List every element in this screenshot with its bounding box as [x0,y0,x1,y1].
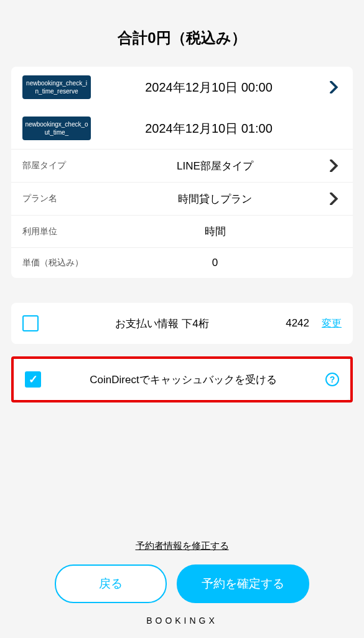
checkin-value: 2024年12月10日 00:00 [91,79,327,96]
checkout-badge: newbookingx_check_out_time_ [22,117,91,140]
payment-info-row: お支払い情報 下4桁 4242 変更 [11,303,353,344]
room-type-label: 部屋タイプ [22,160,103,171]
cashback-highlight: CoinDirectでキャッシュバックを受ける ? [11,356,353,402]
plan-label: プラン名 [22,193,103,204]
change-payment-link[interactable]: 変更 [322,317,342,330]
footer: 予約者情報を修正する 戻る 予約を確定する BOOKINGX [0,528,364,638]
edit-booker-info-link[interactable]: 予約者情報を修正する [136,540,229,552]
unit-label: 利用単位 [22,226,103,237]
total-amount-header: 合計0円（税込み） [11,0,353,67]
checkout-row: newbookingx_check_out_time_ 2024年12月10日 … [11,108,353,150]
brand-label: BOOKINGX [12,616,352,626]
chevron-right-icon [327,191,342,206]
cashback-checkbox[interactable] [25,371,41,388]
confirm-booking-button[interactable]: 予約を確定する [177,564,309,603]
back-button[interactable]: 戻る [55,564,167,603]
price-value: 0 [103,257,327,269]
help-icon[interactable]: ? [325,373,339,386]
price-row: 単価（税込み） 0 [11,248,353,278]
room-type-value: LINE部屋タイプ [103,159,327,173]
payment-checkbox[interactable] [22,315,39,331]
checkin-row[interactable]: newbookingx_check_in_time_reserve 2024年1… [11,67,353,108]
chevron-right-icon [327,80,342,95]
unit-value: 時間 [103,224,327,239]
unit-row: 利用単位 時間 [11,216,353,248]
payment-digits: 4242 [286,317,309,330]
chevron-right-icon [327,158,342,173]
plan-value: 時間貸しプラン [103,192,327,206]
checkout-value: 2024年12月10日 01:00 [91,120,327,137]
checkin-badge: newbookingx_check_in_time_reserve [22,75,91,99]
plan-row[interactable]: プラン名 時間貸しプラン [11,183,353,216]
room-type-row[interactable]: 部屋タイプ LINE部屋タイプ [11,150,353,183]
price-label: 単価（税込み） [22,257,103,269]
cashback-row: CoinDirectでキャッシュバックを受ける ? [14,359,350,400]
payment-label: お支払い情報 下4桁 [39,317,286,331]
booking-details-card: newbookingx_check_in_time_reserve 2024年1… [11,67,353,278]
cashback-label: CoinDirectでキャッシュバックを受ける [41,373,325,387]
